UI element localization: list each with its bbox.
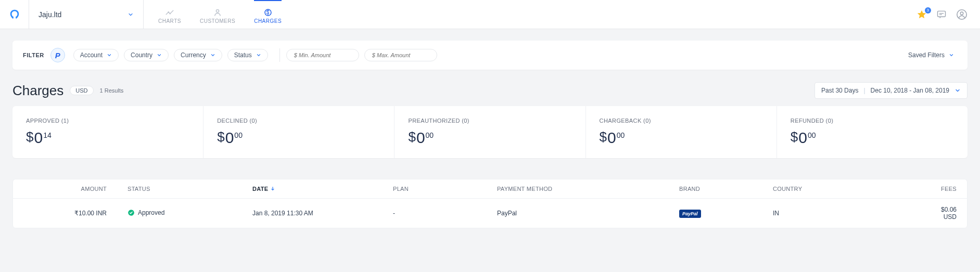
favorites-button[interactable]: 3 xyxy=(917,9,927,20)
cell-payment-method: PayPal xyxy=(497,210,679,217)
stat-declined[interactable]: DECLINED (0) $000 xyxy=(203,106,394,158)
charges-table: AMOUNT STATUS DATE PLAN PAYMENT METHOD B… xyxy=(12,179,968,228)
currency-chip[interactable]: USD xyxy=(70,86,93,95)
cell-plan: - xyxy=(393,210,497,217)
th-country[interactable]: COUNTRY xyxy=(773,186,939,192)
filter-currency[interactable]: Currency xyxy=(174,49,222,61)
stat-label: APPROVED (1) xyxy=(26,118,189,124)
chevron-down-icon xyxy=(107,53,112,58)
stat-amount: $000 xyxy=(217,129,380,147)
chat-icon[interactable] xyxy=(936,9,947,20)
cell-country: IN xyxy=(773,210,939,217)
th-amount[interactable]: AMOUNT xyxy=(81,186,107,192)
stat-preauthorized[interactable]: PREAUTHORIZED (0) $000 xyxy=(394,106,586,158)
top-nav: Jaju.ltd CHARTS CUSTOMERS CHARGES 3 xyxy=(0,0,980,29)
cell-date: Jan 8, 2019 11:30 AM xyxy=(232,210,393,217)
th-date[interactable]: DATE xyxy=(232,186,393,192)
min-amount-input[interactable] xyxy=(286,49,359,61)
filter-currency-label: Currency xyxy=(181,51,206,59)
th-payment-method[interactable]: PAYMENT METHOD xyxy=(497,186,679,192)
chevron-down-icon xyxy=(210,53,215,58)
tab-label: CHARGES xyxy=(254,18,282,24)
star-badge: 3 xyxy=(925,7,931,14)
svg-point-1 xyxy=(169,13,171,15)
stat-label: DECLINED (0) xyxy=(217,118,380,124)
th-plan[interactable]: PLAN xyxy=(393,186,497,192)
separator xyxy=(279,48,280,62)
filter-paypal-chip[interactable]: P xyxy=(50,48,65,62)
stat-label: CHARGEBACK (0) xyxy=(600,118,763,124)
stat-chargeback[interactable]: CHARGEBACK (0) $000 xyxy=(586,106,777,158)
filter-country[interactable]: Country xyxy=(124,49,169,61)
chevron-down-icon xyxy=(157,53,162,58)
chevron-down-icon xyxy=(954,87,961,94)
stat-approved[interactable]: APPROVED (1) $014 xyxy=(12,106,203,158)
stat-amount: $000 xyxy=(791,129,954,147)
stats-card: APPROVED (1) $014 DECLINED (0) $000 PREA… xyxy=(12,106,968,158)
org-switcher[interactable]: Jaju.ltd xyxy=(29,0,144,29)
saved-filters-label: Saved Filters xyxy=(908,51,945,59)
filter-account[interactable]: Account xyxy=(73,49,119,61)
svg-point-0 xyxy=(168,11,169,13)
table-header: AMOUNT STATUS DATE PLAN PAYMENT METHOD B… xyxy=(12,179,968,198)
date-range-label: Past 30 Days xyxy=(821,87,858,94)
tab-charts[interactable]: CHARTS xyxy=(158,0,181,29)
chevron-down-icon xyxy=(256,53,261,58)
approved-icon xyxy=(128,209,135,216)
tab-label: CHARTS xyxy=(158,18,181,24)
sort-desc-icon xyxy=(270,186,275,191)
stat-amount: $000 xyxy=(600,129,763,147)
filter-status[interactable]: Status xyxy=(227,49,268,61)
title-row: Charges USD 1 Results Past 30 Days | Dec… xyxy=(12,82,968,99)
date-range-picker[interactable]: Past 30 Days | Dec 10, 2018 - Jan 08, 20… xyxy=(814,82,968,99)
charges-icon xyxy=(263,8,273,17)
filter-country-label: Country xyxy=(131,51,152,59)
cell-brand: PayPal xyxy=(679,210,773,217)
table-row[interactable]: ₹10.00 INR Approved Jan 8, 2019 11:30 AM… xyxy=(12,198,968,228)
cell-status: Approved xyxy=(107,209,232,218)
chevron-down-icon xyxy=(949,53,954,58)
stat-label: REFUNDED (0) xyxy=(791,118,954,124)
stat-amount: $014 xyxy=(26,129,189,147)
page-title: Charges xyxy=(12,83,63,99)
charts-icon xyxy=(164,8,175,17)
filter-account-label: Account xyxy=(80,51,103,59)
tab-customers[interactable]: CUSTOMERS xyxy=(200,0,235,29)
svg-point-2 xyxy=(216,9,219,12)
customers-icon xyxy=(212,8,223,17)
date-range-value: Dec 10, 2018 - Jan 08, 2019 xyxy=(871,87,949,94)
th-fees[interactable]: FEES xyxy=(941,186,957,192)
th-status[interactable]: STATUS xyxy=(107,186,232,192)
app-logo[interactable] xyxy=(0,0,29,29)
org-name: Jaju.ltd xyxy=(39,10,61,19)
profile-icon[interactable] xyxy=(956,9,968,20)
tab-charges[interactable]: CHARGES xyxy=(254,0,282,29)
tab-label: CUSTOMERS xyxy=(200,18,235,24)
cell-amount: ₹10.00 INR xyxy=(74,210,107,217)
cell-fees: $0.06 USD xyxy=(939,206,957,221)
nav-tabs: CHARTS CUSTOMERS CHARGES xyxy=(144,0,296,29)
stat-refunded[interactable]: REFUNDED (0) $000 xyxy=(777,106,968,158)
filter-label: FILTER xyxy=(23,52,44,58)
stat-label: PREAUTHORIZED (0) xyxy=(408,118,571,124)
topbar-right: 3 xyxy=(917,0,980,29)
chevron-down-icon xyxy=(128,11,134,18)
results-count: 1 Results xyxy=(100,87,124,94)
svg-point-6 xyxy=(960,11,963,14)
saved-filters-button[interactable]: Saved Filters xyxy=(905,49,957,61)
stat-amount: $000 xyxy=(408,129,571,147)
paypal-badge: PayPal xyxy=(679,210,701,218)
svg-rect-4 xyxy=(938,11,946,17)
th-brand[interactable]: BRAND xyxy=(679,186,773,192)
filter-bar: FILTER P Account Country Currency Status… xyxy=(12,41,968,70)
max-amount-input[interactable] xyxy=(364,49,437,61)
filter-status-label: Status xyxy=(234,51,252,59)
